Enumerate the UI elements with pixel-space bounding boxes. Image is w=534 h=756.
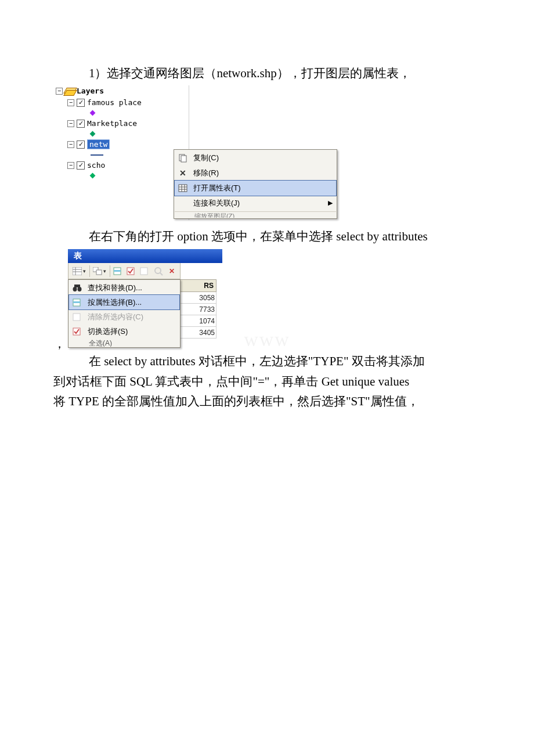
table-options-button[interactable] xyxy=(71,264,88,278)
layer-symbol xyxy=(53,109,189,118)
option-label: 切换选择(S) xyxy=(88,326,128,337)
attribute-grid-peek: RS 3058 7733 1074 3405 xyxy=(179,279,217,339)
checkbox-icon[interactable]: ✓ xyxy=(77,161,85,170)
grid-cell: 3058 xyxy=(179,292,217,304)
layer-label: Marketplace xyxy=(87,119,137,128)
checkbox-icon[interactable]: ✓ xyxy=(77,120,85,128)
svg-point-17 xyxy=(155,268,161,273)
clear-selection-icon xyxy=(71,311,83,323)
context-menu: 复制(C) ✕ 移除(R) 打开属性表(T) 连接和关联(J) ▶ 缩放至图层(… xyxy=(174,149,337,219)
collapse-icon[interactable]: − xyxy=(67,162,74,169)
layer-item-network-selected[interactable]: − ✓ netw xyxy=(53,139,189,150)
paragraph-2: 在右下角的打开 option 选项中，在菜单中选择 select by attr… xyxy=(53,227,481,246)
layer-symbol xyxy=(53,171,189,181)
layers-root-label: Layers xyxy=(77,87,104,95)
collapse-icon[interactable]: − xyxy=(67,120,74,127)
diamond-symbol-icon xyxy=(90,131,96,137)
screenshot-layers-context-menu: − Layers − ✓ famous place − ✓ Marketplac… xyxy=(53,85,286,220)
collapse-icon[interactable]: − xyxy=(56,88,63,95)
grid-cell: 3405 xyxy=(179,327,217,339)
binoculars-icon xyxy=(71,282,83,294)
collapse-icon[interactable]: − xyxy=(67,99,74,106)
toolbar-separator xyxy=(89,265,90,277)
blank-icon xyxy=(177,197,189,209)
context-menu-cut-row: 缩放至图层(Z) xyxy=(175,211,336,218)
table-toolbar: ✕ xyxy=(68,263,181,279)
checkbox-icon[interactable]: ✓ xyxy=(77,99,85,107)
option-switch-selection[interactable]: 切换选择(S) xyxy=(69,324,179,339)
svg-rect-2 xyxy=(179,185,187,192)
screenshot-table-options-menu: 表 xyxy=(68,249,222,345)
option-clear-selection[interactable]: 清除所选内容(C) xyxy=(69,309,179,324)
svg-rect-1 xyxy=(181,156,186,162)
switch-selection-button[interactable] xyxy=(125,264,137,278)
context-menu-join-relate[interactable]: 连接和关联(J) ▶ xyxy=(175,196,336,211)
context-menu-open-attribute-table[interactable]: 打开属性表(T) xyxy=(174,180,337,196)
option-label: 查找和替换(D)... xyxy=(88,283,142,293)
paragraph-3-line-3: 将 TYPE 的全部属性值加入上面的列表框中，然后选择"ST"属性值， xyxy=(53,392,481,411)
grid-column-header[interactable]: RS xyxy=(179,279,217,292)
context-menu-copy[interactable]: 复制(C) xyxy=(175,150,336,165)
select-by-attributes-icon xyxy=(71,297,83,308)
paragraph-2-text: 在右下角的打开 option 选项中，在菜单中选择 select by attr… xyxy=(89,229,428,243)
svg-line-18 xyxy=(160,273,163,275)
copy-icon xyxy=(177,152,189,164)
clear-selection-button[interactable] xyxy=(139,264,150,278)
grid-cell: 1074 xyxy=(179,315,217,327)
diamond-symbol-icon xyxy=(90,173,96,179)
line-symbol-icon xyxy=(91,154,103,156)
svg-rect-23 xyxy=(73,301,80,303)
table-window-titlebar: 表 xyxy=(68,249,222,263)
context-menu-item-label: 移除(R) xyxy=(193,168,219,178)
layers-icon xyxy=(65,88,74,95)
select-by-attributes-button[interactable] xyxy=(112,264,124,278)
paragraph-3b-text: 到对话框下面 SQL 算式表中，点中间"="，再单击 Get unique va… xyxy=(53,375,409,388)
layer-symbol xyxy=(53,129,189,139)
layer-label-selected: netw xyxy=(87,139,110,149)
svg-rect-16 xyxy=(140,268,147,275)
paragraph-3-line-1: 在 select by attributes 对话框中，左边选择"TYPE" 双… xyxy=(53,352,481,371)
layers-panel: − Layers − ✓ famous place − ✓ Marketplac… xyxy=(53,85,189,220)
switch-selection-icon xyxy=(71,326,83,337)
related-tables-button[interactable] xyxy=(91,264,108,278)
context-menu-remove[interactable]: ✕ 移除(R) xyxy=(175,165,336,181)
layer-item-school[interactable]: − ✓ scho xyxy=(53,160,189,171)
layer-symbol xyxy=(53,150,189,160)
context-menu-item-label: 打开属性表(T) xyxy=(193,183,241,193)
toolbar-separator xyxy=(110,265,110,277)
layer-item-marketplace[interactable]: − ✓ Marketplace xyxy=(53,118,189,129)
paragraph-3a-text: 在 select by attributes 对话框中，左边选择"TYPE" 双… xyxy=(89,354,425,368)
delete-button[interactable]: ✕ xyxy=(166,264,178,278)
option-find-replace[interactable]: 查找和替换(D)... xyxy=(69,280,179,295)
collapse-icon[interactable]: − xyxy=(67,141,74,148)
layers-root-row[interactable]: − Layers xyxy=(53,85,189,97)
option-label: 清除所选内容(C) xyxy=(88,312,143,322)
option-select-by-attributes[interactable]: 按属性选择(B)... xyxy=(68,294,180,310)
diamond-symbol-icon xyxy=(90,110,96,116)
svg-point-19 xyxy=(73,287,77,291)
submenu-arrow-icon: ▶ xyxy=(328,199,333,207)
paragraph-3c-text: 将 TYPE 的全部属性值加入上面的列表框中，然后选择"ST"属性值， xyxy=(53,394,419,408)
svg-point-20 xyxy=(78,287,82,291)
paragraph-3-line-2: 到对话框下面 SQL 算式表中，点中间"="，再单击 Get unique va… xyxy=(53,372,481,391)
option-label: 按属性选择(B)... xyxy=(88,297,142,308)
checkbox-icon[interactable]: ✓ xyxy=(77,141,85,149)
svg-rect-7 xyxy=(73,267,82,275)
paragraph-1-text: 1）选择交通网络图层（network.shp），打开图层的属性表， xyxy=(89,66,411,80)
option-cut-row: 全选(A) xyxy=(69,339,179,347)
paragraph-1: 1）选择交通网络图层（network.shp），打开图层的属性表， xyxy=(53,64,481,83)
svg-rect-24 xyxy=(73,314,80,321)
svg-rect-14 xyxy=(114,270,121,272)
table-icon xyxy=(177,182,189,194)
grid-cell: 7733 xyxy=(179,304,217,315)
layer-item-famous-place[interactable]: − ✓ famous place xyxy=(53,97,189,109)
svg-rect-12 xyxy=(96,270,102,275)
layer-label: famous place xyxy=(87,98,142,107)
context-menu-item-label: 复制(C) xyxy=(193,153,219,163)
zoom-selected-button[interactable] xyxy=(153,264,164,278)
remove-icon: ✕ xyxy=(177,167,189,179)
layer-label: scho xyxy=(87,161,105,170)
svg-rect-21 xyxy=(74,285,80,287)
table-options-menu: 查找和替换(D)... 按属性选择(B)... 清除所选内容(C) xyxy=(68,279,181,348)
table-window-title: 表 xyxy=(74,251,82,261)
